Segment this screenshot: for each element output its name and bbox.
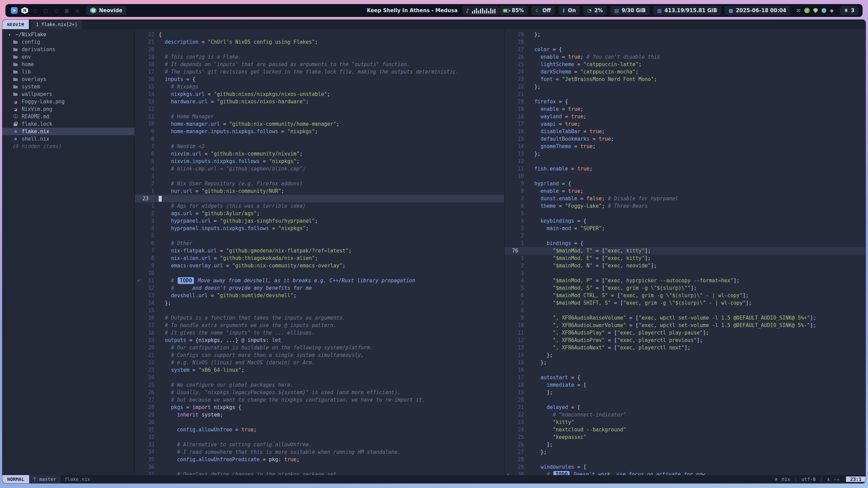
code-line[interactable]: 14 }; xyxy=(505,351,866,359)
tree-item-flake-nix[interactable]: ❄flake.nix xyxy=(2,128,135,135)
code-line[interactable]: 22 # e.g. NixOS (linux) and MacOS (darwi… xyxy=(135,359,504,366)
code-line[interactable]: 24 xyxy=(135,374,504,381)
code-line[interactable]: 7 # NeoVim <3 xyxy=(135,143,504,150)
workspace-2-neovide-icon[interactable]: N xyxy=(21,7,28,14)
tree-item-overlays[interactable]: overlays xyxy=(2,76,135,83)
workspace-7-target-icon[interactable]: ◎ xyxy=(74,7,81,14)
code-line[interactable]: 23 "kitty" xyxy=(505,419,866,426)
pane-right-code[interactable]: 29 };2827 color = {26 enable = true; # Y… xyxy=(505,29,866,475)
code-line[interactable]: 29 inherit system; xyxy=(135,411,504,419)
code-line[interactable]: 34 # I read somewhere that this is more … xyxy=(135,448,504,456)
code-line[interactable]: 11 fish.enable = true; xyxy=(505,165,866,172)
code-line[interactable]: 30 xyxy=(135,419,504,426)
tree-item-nixvim-png[interactable]: ◪NixVim.png xyxy=(2,105,135,113)
code-line[interactable]: 1 "$mainMod, E" = ["exec, kitty"]; xyxy=(505,255,866,262)
tree-item-nixflake[interactable]: ▾~/NixFlake xyxy=(2,31,135,38)
code-line[interactable]: 22{ xyxy=(135,31,504,38)
code-line[interactable]: 27 # but because we want to change the n… xyxy=(135,396,504,404)
tree-item-env[interactable]: env xyxy=(2,53,135,61)
code-line[interactable]: 17 vaapi = true; xyxy=(505,120,866,128)
code-line[interactable]: 8 xyxy=(135,135,504,143)
code-line[interactable]: 15 defaultBookmarks = true; xyxy=(505,135,866,143)
code-line[interactable]: 2 xyxy=(505,232,866,240)
code-line[interactable]: 3 xyxy=(505,269,866,277)
tree-item-flake-lock[interactable]: flake.lock xyxy=(2,120,135,128)
memory-module[interactable]: ▤9/30 GiB xyxy=(610,6,650,15)
code-line[interactable]: 18 # It gives the name "inputs" to the .… xyxy=(135,329,504,337)
code-line[interactable]: 28 xyxy=(505,38,866,46)
code-line[interactable]: ✓11 # TODO Move away from devshell, as i… xyxy=(135,277,504,284)
code-line[interactable]: 16 # Outputs is a function that takes th… xyxy=(135,314,504,322)
code-line[interactable]: 16 xyxy=(505,366,866,374)
workspace-5-circle-icon[interactable]: ○ xyxy=(53,7,60,14)
tray-check-icon[interactable]: ✓ xyxy=(804,8,810,13)
tree-item-lib[interactable]: lib xyxy=(2,68,135,76)
code-line[interactable]: 1 bindings = { xyxy=(505,240,866,247)
tree-item-config[interactable]: config xyxy=(2,38,135,46)
code-line[interactable]: 9 ", XF86AudioRaiseVolume" = ["exec, wpc… xyxy=(505,314,866,322)
tree-item-9-hidden-items[interactable]: (9 hidden items) xyxy=(2,143,135,150)
code-line[interactable]: 1 # Ags for widgets (this was a terrible… xyxy=(135,202,504,210)
code-line[interactable]: 22 }; xyxy=(505,83,866,90)
code-line[interactable]: 26 ]; xyxy=(505,441,866,448)
workspace-6-grid-icon[interactable]: ▦ xyxy=(63,7,70,14)
code-line[interactable]: 76 "$mainMod, T" = ["exec, kitty"]; xyxy=(505,247,866,255)
code-line[interactable]: 6 # Other xyxy=(135,240,504,247)
focused-window-module[interactable]: N Neovide xyxy=(86,6,126,15)
code-line[interactable]: 4 keybindings = { xyxy=(505,217,866,225)
code-line[interactable]: 2 ags.url = "github:Aylur/ags"; xyxy=(135,210,504,217)
disk-module[interactable]: ▥413.19/915.81 GiB xyxy=(653,6,721,15)
code-line[interactable]: 8 enable = true; xyxy=(505,187,866,195)
code-line[interactable]: 11 ", XF86AudioPlay" = ["exec, playerctl… xyxy=(505,329,866,337)
code-line[interactable]: 19 ]; xyxy=(505,389,866,396)
code-line[interactable]: 19 outputs = {nixpkgs, ...} @ inputs: le… xyxy=(135,337,504,344)
code-line[interactable]: 25 lightScheme = "catppuccin-latte"; xyxy=(505,61,866,68)
workspace-4-square-icon[interactable]: □ xyxy=(42,7,49,14)
code-line[interactable]: 14 nixpkgs.url = "github:nixos/nixpkgs/n… xyxy=(135,90,504,98)
code-line[interactable]: 19 enable = true; xyxy=(505,105,866,113)
code-line[interactable]: 6 theme = "Foggy-Lake"; # Three-Bears xyxy=(505,202,866,210)
code-line[interactable]: 18 # It depends on "inputs" that are pas… xyxy=(135,61,504,68)
tray-teal-icon[interactable] xyxy=(822,8,826,13)
code-line[interactable]: 15 xyxy=(135,307,504,314)
code-line[interactable]: 10 xyxy=(135,269,504,277)
code-line[interactable]: ✓30 # TODO Doesn't work, use focus_on_ac… xyxy=(505,471,866,475)
tab-flake-nix[interactable]: 1 flake.nix[2+] xyxy=(31,20,82,29)
code-line[interactable]: 10 home-manager.url = "github:nix-commun… xyxy=(135,120,504,128)
tray-mail-icon[interactable]: ✉ xyxy=(796,8,801,13)
tray-diamond-icon[interactable]: ◆ xyxy=(830,8,834,13)
code-line[interactable]: 11 # Home Manager xyxy=(135,113,504,120)
code-line[interactable]: 5 nixvim.inputs.nixpkgs.follows = "nixpk… xyxy=(135,158,504,165)
code-line[interactable]: 1 nur.url = "github:nix-community/NUR"; xyxy=(135,187,504,195)
code-line[interactable]: 27 }; xyxy=(505,448,866,456)
code-line[interactable]: 15 }; xyxy=(505,359,866,366)
code-line[interactable]: 22 # "kdeconnect-indicator" xyxy=(505,411,866,419)
code-line[interactable]: 26 # Usually, "nixpkgs.legacyPackages.${… xyxy=(135,389,504,396)
code-line[interactable]: 7 nix-flatpak.url = "github:gmodena/nix-… xyxy=(135,247,504,255)
code-line[interactable]: 24 darkScheme = "catppuccin-mocha"; xyxy=(505,68,866,76)
tree-item-wallpapers[interactable]: wallpapers xyxy=(2,90,135,98)
code-line[interactable]: 12 xyxy=(135,105,504,113)
code-line[interactable]: 9 home-manager.inputs.nixpkgs.follows = … xyxy=(135,128,504,135)
code-line[interactable]: 25 "keepassxc" xyxy=(505,433,866,441)
music-module[interactable]: ♪ xyxy=(462,6,499,15)
pane-left-code[interactable]: 22{21 description = "ChUrl's NixOS confi… xyxy=(135,29,505,475)
code-line[interactable]: 24 "nextcloud --background" xyxy=(505,426,866,433)
code-line[interactable]: 14 gnomeTheme = true; xyxy=(505,143,866,150)
clock-module[interactable]: ▦2025-06-18 00:04 xyxy=(725,6,790,15)
code-line[interactable]: 4 "$mainMod, P" = ["exec, hyprpicker --a… xyxy=(505,277,866,284)
code-line[interactable]: 10 ", XF86AudioLowerVolume" = ["exec, wp… xyxy=(505,322,866,329)
code-line[interactable]: 33 # Alternative to setting config.allow… xyxy=(135,441,504,448)
code-line[interactable]: 13 devshell.url = "github:numtide/devshe… xyxy=(135,292,504,299)
code-line[interactable]: 16 inputs = { xyxy=(135,76,504,83)
code-line[interactable]: 23 font = "JetBrainsMono Nerd Font Mono"… xyxy=(505,76,866,83)
code-line[interactable]: 14 }; xyxy=(135,299,504,307)
code-line[interactable]: 15 # Nixpkgs xyxy=(135,83,504,90)
code-line[interactable]: 6 nixvim.url = "github:nix-community/nix… xyxy=(135,150,504,158)
tree-item-system[interactable]: system xyxy=(2,83,135,90)
tree-item-home[interactable]: home xyxy=(2,61,135,68)
code-line[interactable]: 2 "$mainMod, N" = ["exec, neovide"]; xyxy=(505,262,866,269)
code-line[interactable]: 20 firefox = { xyxy=(505,98,866,105)
code-line[interactable]: 3 xyxy=(135,172,504,180)
code-line[interactable]: 20 # Our configuration is buildable on t… xyxy=(135,344,504,351)
